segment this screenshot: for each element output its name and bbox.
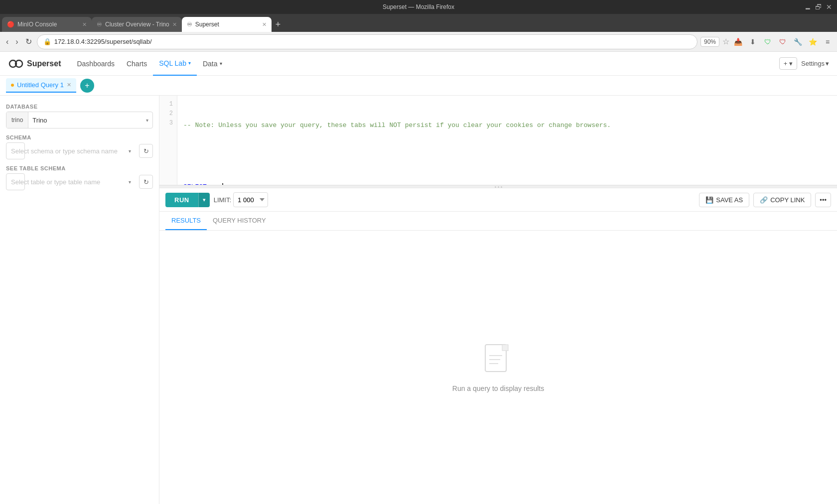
window-controls[interactable]: 🗕 🗗 ✕ <box>804 3 832 11</box>
pocket-icon[interactable]: 📥 <box>732 36 743 47</box>
schema-select-container[interactable]: Select schema or type schema name ▾ <box>6 142 136 159</box>
code-line-1: -- Note: Unless you save your query, the… <box>183 121 831 131</box>
sqllab-caret: ▾ <box>188 60 191 66</box>
limit-select[interactable]: 1 000 5 000 10 000 <box>233 192 268 207</box>
results-empty-state: Run a query to display results <box>159 231 837 504</box>
tab-minio[interactable]: 🔴 MinIO Console ✕ <box>2 17 92 32</box>
db-value: Trino <box>28 117 142 124</box>
code-area[interactable]: -- Note: Unless you save your query, the… <box>177 96 837 185</box>
app-logo[interactable]: Superset <box>8 56 61 72</box>
run-caret-button[interactable]: ▾ <box>198 193 210 207</box>
minimize-icon[interactable]: 🗕 <box>804 3 811 11</box>
zoom-level: 90% <box>700 37 719 47</box>
security-icon: 🔒 <box>43 38 51 45</box>
more-options-button[interactable]: ••• <box>815 193 831 207</box>
superset-tab-icon: ♾ <box>187 21 192 28</box>
editor-panel: 1 2 3 -- Note: Unless you save your quer… <box>159 96 837 504</box>
browser-tabs-bar: 🔴 MinIO Console ✕ ♾ Cluster Overview - T… <box>0 14 837 32</box>
save-icon: 💾 <box>705 196 713 204</box>
back-button[interactable]: ‹ <box>4 35 10 48</box>
link-icon: 🔗 <box>760 196 768 204</box>
tab-superset[interactable]: ♾ Superset ✕ <box>182 17 272 32</box>
schema-refresh-button[interactable]: ↻ <box>139 144 153 158</box>
empty-results-text: Run a query to display results <box>452 384 544 392</box>
address-bar[interactable]: 🔒 <box>37 34 698 49</box>
results-area: RESULTS QUERY HISTORY Run a query to dis… <box>159 212 837 504</box>
tab-results[interactable]: RESULTS <box>165 212 207 230</box>
run-button[interactable]: RUN <box>165 193 198 207</box>
new-item-button[interactable]: + ▾ <box>779 57 797 70</box>
settings-caret: ▾ <box>826 60 829 67</box>
query-tab-label: Untitled Query 1 <box>17 81 64 89</box>
settings-button[interactable]: Settings ▾ <box>801 60 829 67</box>
schema-select[interactable] <box>6 142 25 159</box>
resize-indicator <box>495 186 502 188</box>
minio-tab-close[interactable]: ✕ <box>82 21 87 28</box>
table-select-container[interactable]: Select table or type table name ▾ <box>6 173 136 190</box>
close-icon[interactable]: ✕ <box>826 3 832 11</box>
download-icon[interactable]: ⬇ <box>747 36 758 47</box>
table-schema-label: SEE TABLE SCHEMA <box>6 165 153 171</box>
sqllab-main: DATABASE trino Trino ▾ SCHEMA Select sch… <box>0 96 837 504</box>
nav-dashboards[interactable]: Dashboards <box>71 52 121 76</box>
maximize-icon[interactable]: 🗗 <box>815 3 822 11</box>
editor-content: 1 2 3 -- Note: Unless you save your quer… <box>159 96 837 185</box>
browser-titlebar: Superset — Mozilla Firefox 🗕 🗗 ✕ <box>0 0 837 14</box>
superset-tab-label: Superset <box>195 21 219 28</box>
schema-refresh-icon: ↻ <box>143 147 149 155</box>
tab-trino[interactable]: ♾ Cluster Overview - Trino ✕ <box>92 17 182 32</box>
app-logo-text: Superset <box>27 59 61 68</box>
reload-button[interactable]: ↻ <box>23 35 34 48</box>
save-as-button[interactable]: 💾 SAVE AS <box>699 193 749 207</box>
schema-select-caret: ▾ <box>129 148 131 154</box>
query-tab-close[interactable]: ✕ <box>67 82 71 88</box>
schema-section: SCHEMA Select schema or type schema name… <box>6 134 153 159</box>
star-icon[interactable]: ☆ <box>722 37 729 46</box>
shield-icon[interactable]: 🛡 <box>762 36 773 47</box>
limit-group: LIMIT: 1 000 5 000 10 000 <box>214 192 268 207</box>
new-tab-button[interactable]: + <box>272 19 285 30</box>
adblock-icon[interactable]: 🛡 <box>777 36 788 47</box>
tab-query-history[interactable]: QUERY HISTORY <box>207 212 272 230</box>
database-select[interactable]: trino Trino ▾ <box>6 112 153 128</box>
extension1-icon[interactable]: 🔧 <box>792 36 803 47</box>
app-navbar: Superset Dashboards Charts SQL Lab ▾ Dat… <box>0 52 837 76</box>
data-caret: ▾ <box>220 61 222 66</box>
url-input[interactable] <box>54 38 691 45</box>
query-tab-1[interactable]: Untitled Query 1 ✕ <box>6 78 76 93</box>
table-refresh-button[interactable]: ↻ <box>139 175 153 189</box>
minio-tab-icon: 🔴 <box>7 21 14 28</box>
browser-toolbar: ‹ › ↻ 🔒 90% ☆ 📥 ⬇ 🛡 🛡 🔧 ⭐ ≡ <box>0 32 837 52</box>
query-toolbar: RUN ▾ LIMIT: 1 000 5 000 10 000 💾 <box>159 188 837 212</box>
table-select-wrapper: Select table or type table name ▾ ↻ <box>6 173 153 190</box>
line-number-2: 2 <box>163 109 173 119</box>
schema-placeholder-text: Select schema or type schema name <box>11 147 118 155</box>
nav-charts[interactable]: Charts <box>121 52 153 76</box>
line-number-3: 3 <box>163 119 173 128</box>
forward-button[interactable]: › <box>13 35 20 48</box>
nav-data[interactable]: Data ▾ <box>197 52 228 76</box>
code-editor[interactable]: 1 2 3 -- Note: Unless you save your quer… <box>159 96 837 185</box>
superset-logo-icon <box>8 56 24 72</box>
query-tabs-bar: Untitled Query 1 ✕ + <box>0 76 837 96</box>
nav-sqllab[interactable]: SQL Lab ▾ <box>153 52 197 76</box>
more-icon: ••• <box>820 196 827 204</box>
limit-select-wrapper: 1 000 5 000 10 000 <box>233 192 268 207</box>
minio-tab-label: MinIO Console <box>17 21 57 28</box>
resize-dot-1 <box>495 186 496 188</box>
trino-tab-label: Cluster Overview - Trino <box>105 21 169 28</box>
schema-select-wrapper: Select schema or type schema name ▾ ↻ <box>6 142 153 159</box>
copy-link-button[interactable]: 🔗 COPY LINK <box>753 193 811 207</box>
menu-icon[interactable]: ≡ <box>822 36 833 47</box>
results-tabs: RESULTS QUERY HISTORY <box>159 212 837 231</box>
toolbar-icons: 📥 ⬇ 🛡 🛡 🔧 ⭐ ≡ <box>732 36 833 47</box>
add-query-button[interactable]: + <box>80 79 94 93</box>
trino-tab-close[interactable]: ✕ <box>172 21 177 28</box>
limit-label: LIMIT: <box>214 196 231 204</box>
table-refresh-icon: ↻ <box>143 178 149 186</box>
extension2-icon[interactable]: ⭐ <box>807 36 818 47</box>
trino-tab-icon: ♾ <box>97 21 102 28</box>
schema-label: SCHEMA <box>6 134 153 140</box>
superset-tab-close[interactable]: ✕ <box>262 21 267 28</box>
table-select[interactable] <box>6 173 25 190</box>
